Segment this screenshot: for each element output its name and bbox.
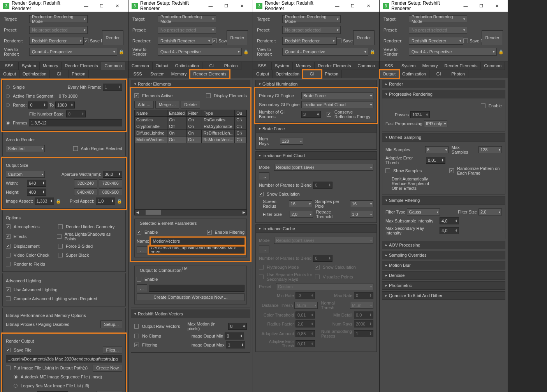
tab-system[interactable]: System	[19, 62, 40, 70]
element-name-input[interactable]: MotionVectors	[151, 238, 244, 245]
render-button[interactable]: Render	[482, 30, 503, 45]
range-to[interactable]: 1000	[55, 102, 75, 108]
range-from[interactable]: 0	[28, 102, 47, 108]
lock-icon[interactable]: 🔒	[498, 49, 504, 54]
fast-preproc-select[interactable]: IPR only	[424, 120, 447, 127]
render-button[interactable]: Render	[102, 30, 123, 45]
output-path[interactable]: ...gustin\Documents\3ds Max 2020\rendero…	[6, 355, 122, 362]
output-size-group: Output Size CustomAperture Width(mm):36,…	[2, 158, 126, 209]
unified-rollup[interactable]: Unified Sampling	[382, 133, 505, 142]
range-radio[interactable]	[6, 103, 10, 107]
area-select[interactable]: Selected	[6, 145, 45, 152]
lock-icon[interactable]: 🔒	[56, 199, 61, 204]
progressive-rollup[interactable]: Progressive Rendering	[382, 90, 505, 98]
table-hscroll[interactable]: ◀▶	[134, 209, 247, 215]
single-radio[interactable]	[6, 85, 10, 89]
element-path-input[interactable]: C:\Users\rebus_agustin\Documents\3ds Max…	[149, 247, 244, 254]
brute-force-rollup[interactable]: Brute Force	[255, 124, 377, 133]
tab-gi[interactable]: GI	[50, 70, 69, 78]
lock-icon[interactable]: 🔒	[370, 49, 375, 54]
sample-filter-rollup[interactable]: Sample Filtering	[382, 196, 505, 205]
tab-output[interactable]: Output	[0, 70, 19, 78]
filter-type-select[interactable]: Gauss	[407, 208, 440, 215]
denoise-rollup[interactable]: Denoise	[382, 271, 505, 280]
lock-icon[interactable]: 🔒	[243, 49, 249, 54]
close-button[interactable]: ✕	[234, 0, 250, 12]
bounces-spinner[interactable]: 3	[301, 111, 321, 118]
secondary-gi-select[interactable]: Irradiance Point Cloud	[301, 101, 373, 108]
savefile-check[interactable]	[6, 348, 11, 352]
close-button[interactable]: ✕	[109, 0, 125, 12]
gi-rollup[interactable]: Global Illumination	[255, 80, 377, 88]
tab-sss[interactable]: SSS	[0, 62, 19, 70]
elements-table[interactable]: NameEnabledFilterTypeOu CausticsOnOnRsCa…	[134, 110, 247, 143]
createnow-button[interactable]: Create Now	[93, 364, 122, 372]
preset-720[interactable]: 720x486	[99, 179, 122, 187]
photometric-rollup[interactable]: Photometric	[382, 281, 505, 290]
files-button[interactable]: Files...	[103, 346, 122, 354]
render-button[interactable]: Render	[353, 30, 375, 45]
close-button[interactable]: ✕	[489, 0, 505, 12]
setup-button[interactable]: Setup...	[100, 320, 122, 328]
auto-region-check[interactable]	[73, 146, 78, 151]
preset-select[interactable]: No preset selected	[29, 26, 88, 34]
delete-button[interactable]: Delete	[181, 101, 200, 108]
ipc-rollup[interactable]: Irradiance Point Cloud	[255, 151, 377, 160]
aperture-spinner[interactable]: 36,0	[103, 171, 122, 178]
combustion-button[interactable]: Create Combustion Workspace Now ...	[137, 293, 244, 301]
maximize-button[interactable]: ☐	[345, 0, 361, 12]
numrays-select[interactable]: 128	[280, 138, 303, 145]
tab-render-elements[interactable]: Render Elements	[190, 70, 230, 78]
ipc-mode-select[interactable]: Rebuild (don't save)	[274, 164, 373, 171]
tab-render-elements[interactable]: Render Elements	[62, 62, 101, 70]
tab-output-active[interactable]: Output	[380, 70, 399, 78]
nth-frame-spinner[interactable]: 1	[103, 84, 122, 91]
maximize-button[interactable]: ☐	[218, 0, 234, 12]
renderer-select[interactable]: Redshift Renderer	[29, 37, 84, 45]
add-button[interactable]: Add ...	[134, 101, 154, 108]
motion-vectors-rollup[interactable]: Redshift Motion Vectors	[131, 310, 250, 318]
lock-icon[interactable]: 🔒	[119, 49, 124, 54]
ic-rollup[interactable]: Irradiance Cache	[255, 224, 377, 233]
minimize-button[interactable]: —	[203, 0, 218, 12]
render-button[interactable]: Render	[227, 30, 248, 45]
pixelaspect-spinner[interactable]: 1,0	[96, 198, 115, 205]
lock-icon[interactable]: 🔒	[117, 199, 122, 204]
imageaspect-spinner[interactable]: 1,333	[35, 198, 54, 205]
minimize-button[interactable]: —	[329, 0, 345, 12]
motion-blur-rollup[interactable]: Motion Blur	[382, 261, 505, 270]
minimize-button[interactable]: —	[458, 0, 473, 12]
preset-800[interactable]: 800x600	[99, 188, 122, 196]
app-icon: 3	[3, 3, 9, 9]
ats-radio[interactable]	[6, 94, 10, 98]
tab-common[interactable]: Common	[101, 62, 125, 70]
quantize-rollup[interactable]: Quantize To 8-bit And Dither	[382, 291, 505, 300]
sampling-override-rollup[interactable]: Sampling Overrides	[382, 251, 505, 259]
tab-memory[interactable]: Memory	[40, 62, 62, 70]
frames-input[interactable]: 1,3,5-12	[29, 119, 122, 126]
savefile-check[interactable]	[84, 38, 88, 43]
renderer-label: Renderer:	[4, 38, 29, 43]
preset-640[interactable]: 640x480	[74, 188, 97, 196]
width-spinner[interactable]: 640	[27, 180, 46, 187]
close-button[interactable]: ✕	[361, 0, 376, 12]
aov-rollup[interactable]: AOV Processing	[382, 241, 505, 249]
tab-gi[interactable]: GI	[303, 70, 322, 78]
height-spinner[interactable]: 480	[27, 189, 46, 196]
render-elements-rollup[interactable]: Render Elements	[131, 80, 250, 88]
outputsize-select[interactable]: Custom	[6, 171, 45, 178]
view-select[interactable]: Quad 4 - Perspective	[29, 48, 117, 56]
path-button[interactable]: ...	[137, 246, 147, 254]
frames-radio[interactable]	[6, 121, 10, 125]
tab-optimization[interactable]: Optimization	[19, 70, 50, 78]
maximize-button[interactable]: ☐	[94, 0, 109, 12]
maximize-button[interactable]: ☐	[473, 0, 489, 12]
filenumbase[interactable]: 0	[66, 110, 86, 117]
tab-photon[interactable]: Photon	[69, 70, 89, 78]
minimize-button[interactable]: —	[78, 0, 94, 12]
merge-button[interactable]: Merge ...	[155, 101, 179, 108]
primary-gi-select[interactable]: Brute Force	[301, 92, 373, 99]
render-rollup[interactable]: Render	[382, 80, 505, 88]
target-select[interactable]: Production Rendering Mode	[29, 15, 88, 23]
preset-320[interactable]: 320x240	[74, 179, 97, 187]
